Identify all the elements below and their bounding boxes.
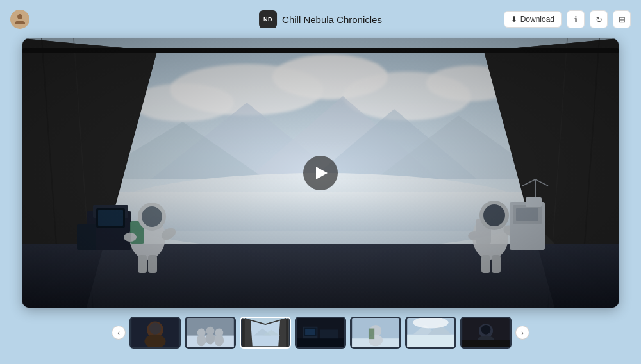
svg-rect-75 [297,338,344,347]
refresh-icon: ↻ [595,15,603,24]
svg-rect-82 [407,335,454,347]
thumbnails-strip: ‹ [109,317,532,349]
video-title: Chill Nebula Chronicles [282,14,382,25]
svg-point-63 [214,335,224,346]
info-button[interactable]: ℹ [567,10,585,28]
svg-rect-74 [305,329,315,335]
play-icon [316,167,328,179]
topbar: ND Chill Nebula Chronicles ⬇ Download ℹ … [0,0,641,38]
topbar-center: ND Chill Nebula Chronicles [259,10,382,28]
svg-point-55 [149,322,161,334]
svg-point-59 [197,335,206,346]
svg-point-61 [206,333,215,344]
thumbnail-0[interactable] [129,317,181,349]
download-icon: ⬇ [511,15,517,24]
avatar[interactable] [10,10,29,29]
nd-badge: ND [259,10,277,28]
thumbnail-3[interactable] [295,317,346,349]
refresh-button[interactable]: ↻ [590,10,608,28]
thumbnail-1[interactable] [185,317,236,349]
thumbnail-5[interactable] [405,317,456,349]
thumbnail-4[interactable] [350,317,401,349]
next-arrow-button[interactable]: › [515,326,529,340]
grid-icon: ⊞ [619,15,626,24]
grid-button[interactable]: ⊞ [613,10,631,28]
video-player[interactable] [22,38,619,308]
thumbnail-2[interactable] [240,317,291,349]
info-icon: ℹ [574,15,578,24]
download-button[interactable]: ⬇ Download [504,11,562,28]
next-icon: › [521,329,524,336]
svg-point-89 [481,325,491,335]
svg-rect-90 [462,340,510,347]
topbar-left [10,10,29,29]
download-label: Download [520,15,554,24]
thumbnail-6[interactable] [460,317,512,349]
svg-rect-80 [369,329,374,340]
thumbnails-list [129,317,512,349]
prev-arrow-button[interactable]: ‹ [112,326,126,340]
play-button[interactable] [303,156,338,190]
main-content: ‹ [0,38,641,364]
prev-icon: ‹ [117,329,120,336]
topbar-right: ⬇ Download ℹ ↻ ⊞ [504,10,631,28]
